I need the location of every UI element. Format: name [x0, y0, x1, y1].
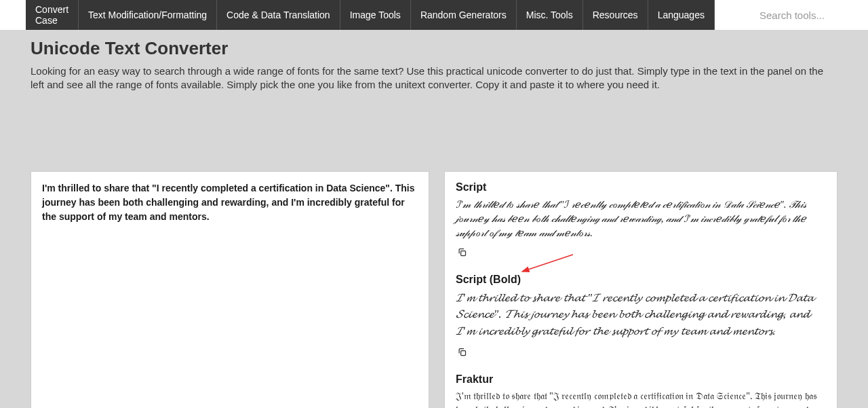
font-preview-script-bold: 𝓘'𝓶 𝓽𝓱𝓻𝓲𝓵𝓵𝓮𝓭 𝓽𝓸 𝓼𝓱𝓪𝓻𝓮 𝓽𝓱𝓪𝓽 "𝓘 𝓻𝓮𝓬𝓮𝓷𝓽𝓵𝔂 𝓬… [456, 290, 826, 340]
search-container [760, 0, 868, 30]
font-block-fraktur: Fraktur 𝔍'𝔪 𝔱𝔥𝔯𝔦𝔩𝔩𝔢𝔡 𝔱𝔬 𝔰𝔥𝔞𝔯𝔢 𝔱𝔥𝔞𝔱 "𝔍 𝔯𝔢… [456, 373, 826, 408]
font-block-script-bold: Script (Bold) 𝓘'𝓶 𝓽𝓱𝓻𝓲𝓵𝓵𝓮𝓭 𝓽𝓸 𝓼𝓱𝓪𝓻𝓮 𝓽𝓱𝓪𝓽… [456, 274, 826, 369]
input-panel[interactable]: I'm thrilled to share that "I recently c… [31, 171, 429, 408]
nav-label: Resources [593, 10, 638, 20]
page-description: Looking for an easy way to search throug… [31, 64, 837, 92]
nav-label: Misc. Tools [526, 10, 573, 20]
font-block-script: Script ℐ'𝓂 𝓉𝒽𝓇𝒾𝓁𝓁ℯ𝒹 𝓉ℴ 𝓈𝒽𝒶𝓇ℯ 𝓉𝒽𝒶𝓉 "ℐ 𝓇ℯ𝒸… [456, 181, 826, 270]
copy-icon[interactable] [457, 247, 467, 260]
nav-label: Image Tools [350, 10, 401, 20]
font-label-text: Script [456, 181, 486, 193]
input-text: I'm thrilled to share that "I recently c… [42, 181, 418, 224]
content-header: Unicode Text Converter Looking for an ea… [0, 30, 868, 100]
nav-item-misc-tools[interactable]: Misc. Tools [517, 0, 583, 30]
nav-item-image-tools[interactable]: Image Tools [340, 0, 411, 30]
font-label-text: Script (Bold) [456, 274, 521, 286]
search-input[interactable] [760, 10, 848, 21]
nav-label: Code & Data Translation [226, 10, 330, 20]
font-label: Script (Bold) [456, 274, 826, 286]
nav-label-line2: Case [35, 15, 58, 26]
nav-item-languages[interactable]: Languages [648, 0, 715, 30]
nav-label-line1: Convert [35, 4, 68, 15]
font-preview-script: ℐ'𝓂 𝓉𝒽𝓇𝒾𝓁𝓁ℯ𝒹 𝓉ℴ 𝓈𝒽𝒶𝓇ℯ 𝓉𝒽𝒶𝓉 "ℐ 𝓇ℯ𝒸ℯ𝓃𝓉𝓁𝓎 𝒸… [456, 198, 826, 240]
font-label: Fraktur [456, 373, 826, 386]
copy-icon[interactable] [457, 347, 467, 360]
nav-label: Languages [658, 10, 705, 20]
svg-rect-0 [461, 251, 466, 255]
nav-bar: Convert Case Text Modification/Formattin… [0, 0, 868, 30]
font-label: Script [456, 181, 826, 193]
font-preview-fraktur: 𝔍'𝔪 𝔱𝔥𝔯𝔦𝔩𝔩𝔢𝔡 𝔱𝔬 𝔰𝔥𝔞𝔯𝔢 𝔱𝔥𝔞𝔱 "𝔍 𝔯𝔢𝔠𝔢𝔫𝔱𝔩𝔶 𝔠… [456, 390, 826, 408]
output-panel: Script ℐ'𝓂 𝓉𝒽𝓇𝒾𝓁𝓁ℯ𝒹 𝓉ℴ 𝓈𝒽𝒶𝓇ℯ 𝓉𝒽𝒶𝓉 "ℐ 𝓇ℯ𝒸… [444, 171, 837, 408]
page-title: Unicode Text Converter [31, 38, 837, 59]
nav-item-text-formatting[interactable]: Text Modification/Formatting [79, 0, 217, 30]
nav-label: Random Generators [420, 10, 507, 20]
main-content: I'm thrilled to share that "I recently c… [0, 171, 868, 408]
nav-item-resources[interactable]: Resources [583, 0, 648, 30]
nav-item-code-data[interactable]: Code & Data Translation [217, 0, 340, 30]
nav-item-random-generators[interactable]: Random Generators [411, 0, 517, 30]
nav-item-convert-case[interactable]: Convert Case [26, 0, 79, 30]
nav-label: Text Modification/Formatting [88, 10, 207, 20]
svg-rect-1 [461, 350, 466, 355]
font-label-text: Fraktur [456, 373, 493, 386]
ad-space [0, 100, 868, 171]
